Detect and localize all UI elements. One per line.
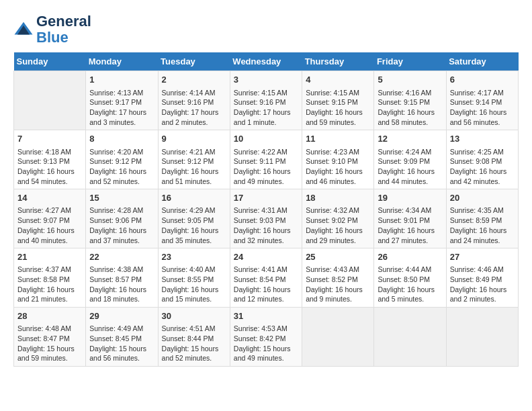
calendar-cell bbox=[374, 308, 446, 367]
day-info: Sunrise: 4:22 AM Sunset: 9:11 PM Dayligh… bbox=[234, 147, 298, 187]
calendar-cell: 1Sunrise: 4:13 AM Sunset: 9:17 PM Daylig… bbox=[86, 71, 158, 130]
day-number: 18 bbox=[306, 192, 370, 204]
day-number: 10 bbox=[234, 133, 298, 145]
calendar-cell: 24Sunrise: 4:41 AM Sunset: 8:54 PM Dayli… bbox=[230, 248, 302, 308]
calendar-cell: 7Sunrise: 4:18 AM Sunset: 9:13 PM Daylig… bbox=[14, 130, 86, 189]
day-number: 24 bbox=[234, 251, 298, 263]
day-number: 13 bbox=[450, 133, 515, 145]
calendar-week-row: 21Sunrise: 4:37 AM Sunset: 8:58 PM Dayli… bbox=[14, 248, 519, 308]
day-info: Sunrise: 4:48 AM Sunset: 8:47 PM Dayligh… bbox=[17, 324, 82, 363]
day-info: Sunrise: 4:41 AM Sunset: 8:54 PM Dayligh… bbox=[234, 265, 298, 304]
day-info: Sunrise: 4:18 AM Sunset: 9:13 PM Dayligh… bbox=[17, 147, 82, 187]
day-number: 9 bbox=[162, 133, 226, 145]
day-number: 14 bbox=[17, 192, 82, 204]
calendar-cell: 4Sunrise: 4:15 AM Sunset: 9:15 PM Daylig… bbox=[302, 71, 374, 130]
day-number: 21 bbox=[17, 251, 82, 263]
day-info: Sunrise: 4:27 AM Sunset: 9:07 PM Dayligh… bbox=[17, 205, 82, 245]
header-thursday: Thursday bbox=[302, 52, 374, 71]
day-number: 26 bbox=[378, 251, 442, 263]
day-info: Sunrise: 4:38 AM Sunset: 8:57 PM Dayligh… bbox=[89, 265, 154, 304]
day-info: Sunrise: 4:25 AM Sunset: 9:08 PM Dayligh… bbox=[450, 147, 515, 187]
calendar-cell: 5Sunrise: 4:16 AM Sunset: 9:15 PM Daylig… bbox=[374, 71, 446, 130]
calendar-cell: 30Sunrise: 4:51 AM Sunset: 8:44 PM Dayli… bbox=[158, 308, 230, 367]
day-number: 11 bbox=[306, 133, 370, 145]
day-info: Sunrise: 4:14 AM Sunset: 9:16 PM Dayligh… bbox=[162, 88, 226, 128]
calendar-cell: 16Sunrise: 4:29 AM Sunset: 9:05 PM Dayli… bbox=[158, 189, 230, 248]
calendar-cell: 19Sunrise: 4:34 AM Sunset: 9:01 PM Dayli… bbox=[374, 189, 446, 248]
header-sunday: Sunday bbox=[14, 52, 86, 71]
calendar-cell: 8Sunrise: 4:20 AM Sunset: 9:12 PM Daylig… bbox=[86, 130, 158, 189]
calendar-cell: 6Sunrise: 4:17 AM Sunset: 9:14 PM Daylig… bbox=[446, 71, 518, 130]
day-number: 4 bbox=[306, 74, 370, 86]
day-info: Sunrise: 4:32 AM Sunset: 9:02 PM Dayligh… bbox=[306, 205, 370, 245]
calendar-cell: 31Sunrise: 4:53 AM Sunset: 8:42 PM Dayli… bbox=[230, 308, 302, 367]
day-info: Sunrise: 4:51 AM Sunset: 8:44 PM Dayligh… bbox=[162, 324, 226, 363]
day-number: 20 bbox=[450, 192, 515, 204]
day-number: 22 bbox=[89, 251, 154, 263]
day-number: 5 bbox=[378, 74, 442, 86]
calendar-cell bbox=[446, 308, 518, 367]
calendar-cell: 21Sunrise: 4:37 AM Sunset: 8:58 PM Dayli… bbox=[14, 248, 86, 308]
day-info: Sunrise: 4:15 AM Sunset: 9:16 PM Dayligh… bbox=[234, 88, 298, 128]
calendar-week-row: 14Sunrise: 4:27 AM Sunset: 9:07 PM Dayli… bbox=[14, 189, 519, 248]
calendar-cell: 28Sunrise: 4:48 AM Sunset: 8:47 PM Dayli… bbox=[14, 308, 86, 367]
logo: General Blue bbox=[13, 13, 91, 46]
day-number: 17 bbox=[234, 192, 298, 204]
calendar-cell: 20Sunrise: 4:35 AM Sunset: 8:59 PM Dayli… bbox=[446, 189, 518, 248]
logo-icon bbox=[13, 19, 34, 40]
day-info: Sunrise: 4:53 AM Sunset: 8:42 PM Dayligh… bbox=[234, 324, 298, 363]
calendar-week-row: 7Sunrise: 4:18 AM Sunset: 9:13 PM Daylig… bbox=[14, 130, 519, 189]
header-saturday: Saturday bbox=[446, 52, 518, 71]
day-info: Sunrise: 4:16 AM Sunset: 9:15 PM Dayligh… bbox=[378, 88, 442, 128]
page-header: General Blue bbox=[13, 13, 519, 46]
calendar-header-row: SundayMondayTuesdayWednesdayThursdayFrid… bbox=[14, 52, 519, 71]
day-info: Sunrise: 4:49 AM Sunset: 8:45 PM Dayligh… bbox=[89, 324, 154, 363]
day-number: 3 bbox=[234, 74, 298, 86]
day-number: 12 bbox=[378, 133, 442, 145]
calendar-cell: 14Sunrise: 4:27 AM Sunset: 9:07 PM Dayli… bbox=[14, 189, 86, 248]
day-info: Sunrise: 4:21 AM Sunset: 9:12 PM Dayligh… bbox=[162, 147, 226, 187]
header-monday: Monday bbox=[86, 52, 158, 71]
day-info: Sunrise: 4:24 AM Sunset: 9:09 PM Dayligh… bbox=[378, 147, 442, 187]
day-info: Sunrise: 4:40 AM Sunset: 8:55 PM Dayligh… bbox=[162, 265, 226, 304]
day-number: 15 bbox=[89, 192, 154, 204]
day-number: 1 bbox=[89, 74, 154, 86]
day-info: Sunrise: 4:23 AM Sunset: 9:10 PM Dayligh… bbox=[306, 147, 370, 187]
calendar-cell: 2Sunrise: 4:14 AM Sunset: 9:16 PM Daylig… bbox=[158, 71, 230, 130]
day-number: 29 bbox=[89, 310, 154, 322]
day-number: 30 bbox=[162, 310, 226, 322]
day-info: Sunrise: 4:43 AM Sunset: 8:52 PM Dayligh… bbox=[306, 265, 370, 304]
calendar-cell: 17Sunrise: 4:31 AM Sunset: 9:03 PM Dayli… bbox=[230, 189, 302, 248]
calendar-cell: 15Sunrise: 4:28 AM Sunset: 9:06 PM Dayli… bbox=[86, 189, 158, 248]
calendar-cell: 18Sunrise: 4:32 AM Sunset: 9:02 PM Dayli… bbox=[302, 189, 374, 248]
day-info: Sunrise: 4:34 AM Sunset: 9:01 PM Dayligh… bbox=[378, 205, 442, 245]
calendar-cell: 10Sunrise: 4:22 AM Sunset: 9:11 PM Dayli… bbox=[230, 130, 302, 189]
day-info: Sunrise: 4:29 AM Sunset: 9:05 PM Dayligh… bbox=[162, 205, 226, 245]
calendar-cell: 12Sunrise: 4:24 AM Sunset: 9:09 PM Dayli… bbox=[374, 130, 446, 189]
calendar-week-row: 1Sunrise: 4:13 AM Sunset: 9:17 PM Daylig… bbox=[14, 71, 519, 130]
day-info: Sunrise: 4:46 AM Sunset: 8:49 PM Dayligh… bbox=[450, 265, 515, 304]
day-info: Sunrise: 4:15 AM Sunset: 9:15 PM Dayligh… bbox=[306, 88, 370, 128]
header-wednesday: Wednesday bbox=[230, 52, 302, 71]
calendar-cell: 9Sunrise: 4:21 AM Sunset: 9:12 PM Daylig… bbox=[158, 130, 230, 189]
calendar-cell: 29Sunrise: 4:49 AM Sunset: 8:45 PM Dayli… bbox=[86, 308, 158, 367]
day-number: 27 bbox=[450, 251, 515, 263]
day-info: Sunrise: 4:28 AM Sunset: 9:06 PM Dayligh… bbox=[89, 205, 154, 245]
calendar-cell bbox=[14, 71, 86, 130]
logo-text: General Blue bbox=[36, 13, 91, 46]
calendar-week-row: 28Sunrise: 4:48 AM Sunset: 8:47 PM Dayli… bbox=[14, 308, 519, 367]
day-info: Sunrise: 4:17 AM Sunset: 9:14 PM Dayligh… bbox=[450, 88, 515, 128]
header-tuesday: Tuesday bbox=[158, 52, 230, 71]
day-info: Sunrise: 4:31 AM Sunset: 9:03 PM Dayligh… bbox=[234, 205, 298, 245]
day-number: 2 bbox=[162, 74, 226, 86]
calendar-cell: 3Sunrise: 4:15 AM Sunset: 9:16 PM Daylig… bbox=[230, 71, 302, 130]
calendar-cell: 13Sunrise: 4:25 AM Sunset: 9:08 PM Dayli… bbox=[446, 130, 518, 189]
calendar-cell: 23Sunrise: 4:40 AM Sunset: 8:55 PM Dayli… bbox=[158, 248, 230, 308]
calendar-cell: 22Sunrise: 4:38 AM Sunset: 8:57 PM Dayli… bbox=[86, 248, 158, 308]
day-number: 6 bbox=[450, 74, 515, 86]
calendar-table: SundayMondayTuesdayWednesdayThursdayFrid… bbox=[13, 52, 519, 367]
day-number: 25 bbox=[306, 251, 370, 263]
day-info: Sunrise: 4:13 AM Sunset: 9:17 PM Dayligh… bbox=[89, 88, 154, 128]
calendar-cell: 11Sunrise: 4:23 AM Sunset: 9:10 PM Dayli… bbox=[302, 130, 374, 189]
day-number: 7 bbox=[17, 133, 82, 145]
